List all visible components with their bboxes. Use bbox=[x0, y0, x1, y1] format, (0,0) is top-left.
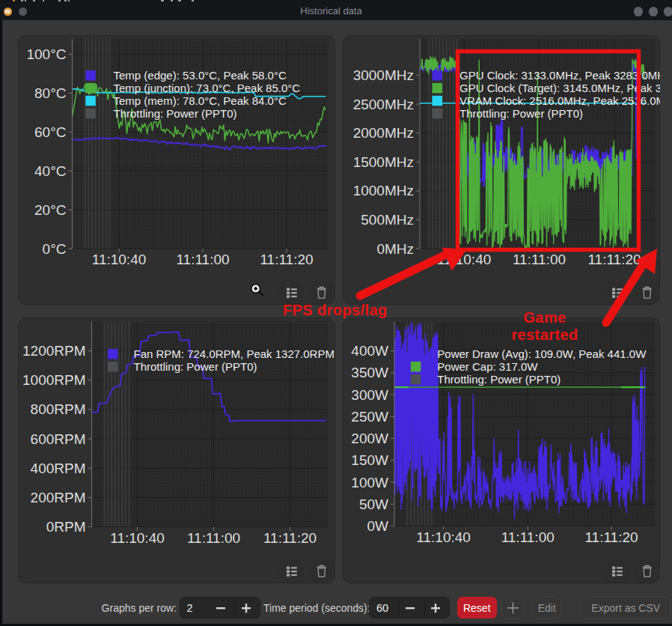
svg-text:restarted: restarted bbox=[511, 326, 578, 343]
svg-text:FPS drops/lag: FPS drops/lag bbox=[283, 302, 388, 318]
svg-text:Game: Game bbox=[523, 309, 566, 326]
